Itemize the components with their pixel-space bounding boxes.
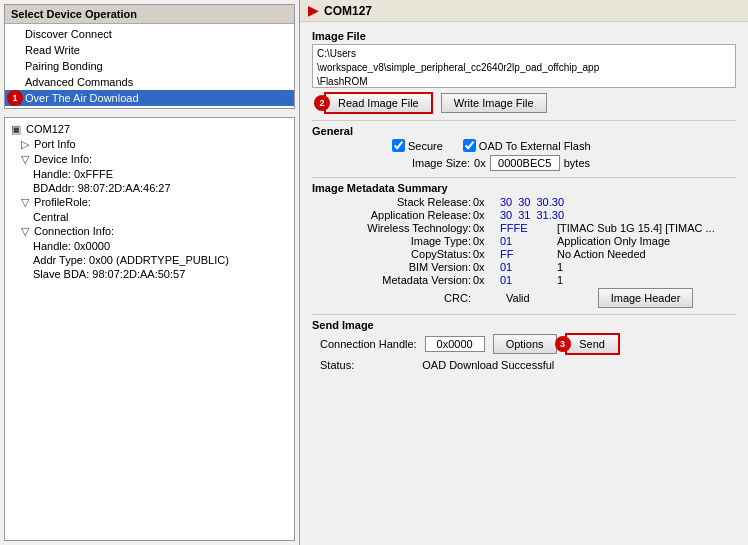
op-discover[interactable]: Discover Connect (5, 26, 294, 42)
image-header-button[interactable]: Image Header (598, 288, 694, 308)
conn-handle-value: 0x0000 (425, 336, 485, 352)
send-button[interactable]: Send (565, 333, 620, 355)
options-button[interactable]: Options (493, 334, 557, 354)
badge-1: 1 (7, 90, 23, 106)
path-line2: \workspace_v8\simple_peripheral_cc2640r2… (317, 61, 731, 75)
image-type-val: 01 (500, 235, 555, 247)
write-image-button[interactable]: Write Image File (441, 93, 547, 113)
tree-conn-info[interactable]: ▽ Connection Info: (9, 224, 290, 239)
wireless-tech-prefix: 0x (473, 222, 498, 234)
tree-device-info[interactable]: ▽ Device Info: (9, 152, 290, 167)
general-checkboxes: Secure OAD To External Flash (312, 139, 736, 152)
send-controls-row: Connection Handle: 0x0000 Options 3 Send (312, 333, 736, 355)
app-release-label: Application Release: (316, 209, 471, 221)
device-tree-panel: ▣ COM127 ▷ Port Info ▽ Device Info: Hand… (4, 117, 295, 541)
image-size-prefix: 0x (474, 157, 486, 169)
send-btn-wrap: 3 Send (565, 333, 620, 355)
tree-com127[interactable]: ▣ COM127 (9, 122, 290, 137)
bim-version-label: BIM Version: (316, 261, 471, 273)
status-label: Status: (320, 359, 354, 371)
image-type-desc: Application Only Image (557, 235, 736, 247)
copy-status-desc: No Action Needed (557, 248, 736, 260)
copy-status-prefix: 0x (473, 248, 498, 260)
image-file-label: Image File (312, 30, 736, 42)
tree-addr-type: Addr Type: 0x00 (ADDRTYPE_PUBLIC) (9, 253, 290, 267)
image-file-section: Image File C:\Users \workspace_v8\simple… (312, 30, 736, 114)
metadata-version-desc: 1 (557, 274, 736, 286)
tree-icon-com127: ▣ (11, 123, 21, 135)
send-section-label: Send Image (312, 319, 736, 331)
image-type-prefix: 0x (473, 235, 498, 247)
right-title-bar: ▶ COM127 (300, 0, 748, 22)
image-file-path[interactable]: C:\Users \workspace_v8\simple_peripheral… (312, 44, 736, 88)
tree-icon-port: ▷ (21, 138, 29, 150)
general-label: General (312, 125, 736, 137)
metadata-version-prefix: 0x (473, 274, 498, 286)
secure-checkbox[interactable] (392, 139, 405, 152)
general-section: General Secure OAD To External Flash Ima… (312, 120, 736, 171)
tree-bdaddr: BDAddr: 98:07:2D:AA:46:27 (9, 181, 290, 195)
path-line1: C:\Users (317, 47, 731, 61)
wireless-tech-val: FFFE (500, 222, 555, 234)
tree-handle-0000: Handle: 0x0000 (9, 239, 290, 253)
wireless-tech-label: Wireless Technology: (316, 222, 471, 234)
tree-slave-bda: Slave BDA: 98:07:2D:AA:50:57 (9, 267, 290, 281)
op-oad[interactable]: 1 Over The Air Download (5, 90, 294, 106)
image-size-label: Image Size: (412, 157, 470, 169)
crc-label: CRC: (316, 292, 471, 304)
operation-list: Discover Connect Read Write Pairing Bond… (5, 24, 294, 108)
ti-logo-icon: ▶ (308, 3, 318, 18)
metadata-section: Image Metadata Summary Stack Release: 0x… (312, 177, 736, 308)
stack-val-1: 30 (500, 196, 512, 208)
left-panel: Select Device Operation Discover Connect… (0, 0, 300, 545)
op-advanced[interactable]: Advanced Commands (5, 74, 294, 90)
metadata-version-val: 01 (500, 274, 555, 286)
device-operations-header: Select Device Operation (5, 5, 294, 24)
tree-icon-conn: ▽ (21, 225, 29, 237)
app-val-1: 30 (500, 209, 512, 221)
stack-release-label: Stack Release: (316, 196, 471, 208)
read-btn-wrap: 2 Read Image File (324, 92, 433, 114)
path-line3: \FlashROM (317, 75, 731, 88)
tree-icon-profile: ▽ (21, 196, 29, 208)
oad-flash-checkbox-label[interactable]: OAD To External Flash (463, 139, 591, 152)
right-content: Image File C:\Users \workspace_v8\simple… (300, 22, 748, 379)
image-type-label: Image Type: (316, 235, 471, 247)
image-file-buttons: 2 Read Image File Write Image File (312, 92, 736, 114)
secure-checkbox-label[interactable]: Secure (392, 139, 443, 152)
right-panel-title: COM127 (324, 4, 372, 18)
right-panel: ▶ COM127 Image File C:\Users \workspace_… (300, 0, 748, 545)
app-val-3: 31.30 (537, 209, 565, 221)
bim-version-prefix: 0x (473, 261, 498, 273)
bim-version-desc: 1 (557, 261, 736, 273)
oad-flash-checkbox[interactable] (463, 139, 476, 152)
badge-3: 3 (555, 336, 571, 352)
tree-icon-device: ▽ (21, 153, 29, 165)
bim-version-val: 01 (500, 261, 555, 273)
crc-value: Valid (506, 292, 530, 304)
op-readwrite[interactable]: Read Write (5, 42, 294, 58)
image-size-unit: bytes (564, 157, 590, 169)
device-operations-box: Select Device Operation Discover Connect… (4, 4, 295, 109)
app-release-prefix: 0x (473, 209, 498, 221)
tree-profile-role[interactable]: ▽ ProfileRole: (9, 195, 290, 210)
op-pairing[interactable]: Pairing Bonding (5, 58, 294, 74)
tree-port-info[interactable]: ▷ Port Info (9, 137, 290, 152)
copy-status-val: FF (500, 248, 555, 260)
crc-row: CRC: Valid Image Header (312, 288, 736, 308)
copy-status-label: CopyStatus: (316, 248, 471, 260)
app-val-2: 31 (518, 209, 530, 221)
conn-handle-label: Connection Handle: (320, 338, 417, 350)
image-size-value: 0000BEC5 (490, 155, 560, 171)
wireless-tech-desc: [TIMAC Sub 1G 15.4] [TIMAC ... (557, 222, 736, 234)
read-image-button[interactable]: Read Image File (324, 92, 433, 114)
stack-release-vals: 30 30 30.30 (500, 196, 555, 208)
stack-val-3: 30.30 (537, 196, 565, 208)
tree-central: Central (9, 210, 290, 224)
metadata-version-label: Metadata Version: (316, 274, 471, 286)
send-status-row: Status: OAD Download Successful (320, 359, 736, 371)
secure-label: Secure (408, 140, 443, 152)
metadata-label: Image Metadata Summary (312, 182, 736, 194)
image-size-row: Image Size: 0x 0000BEC5 bytes (312, 155, 736, 171)
oad-flash-label: OAD To External Flash (479, 140, 591, 152)
